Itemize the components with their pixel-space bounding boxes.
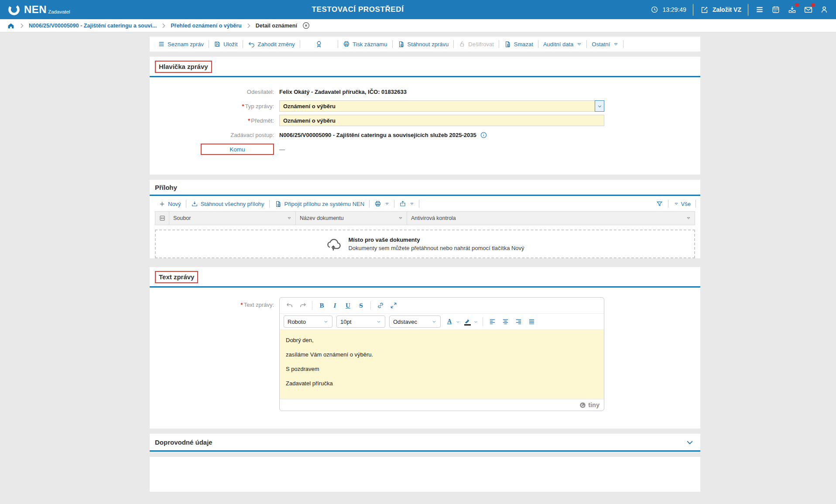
section-divider	[150, 450, 700, 452]
align-justify-icon[interactable]	[526, 316, 538, 328]
zalozit-vz-button[interactable]: Založit VZ	[700, 5, 741, 14]
column-header-nazev-dokumentu[interactable]: Název dokumentu	[296, 212, 407, 225]
editor-content[interactable]: Dobrý den, zasíláme Vám oznámení o výběr…	[280, 330, 604, 399]
menu-icon[interactable]	[755, 5, 764, 14]
typ-zpravy-select[interactable]: Oznámení o výběru	[279, 100, 604, 112]
column-filter-icon[interactable]	[287, 216, 291, 220]
breadcrumb-item-overview[interactable]: Přehled oznámení o výběru	[171, 23, 242, 29]
seznam-zprav-button[interactable]: Seznam zpráv	[153, 41, 209, 48]
tiny-logo-icon	[579, 402, 586, 408]
message-toolbar: Seznam zpráv Uložit Zahodit změny Tisk z…	[150, 37, 700, 51]
mail-icon[interactable]	[803, 5, 813, 14]
filter-button[interactable]	[651, 200, 668, 208]
redo-icon[interactable]	[297, 300, 308, 312]
export-attachments-button[interactable]	[394, 200, 419, 207]
close-tab-icon[interactable]	[302, 21, 310, 30]
rich-text-editor: B I U S Roboto 10pt	[279, 297, 604, 411]
breadcrumb-item-procedure[interactable]: N006/25/V00005090 - Zajištění cateringu …	[29, 23, 157, 29]
chevron-down-icon	[432, 319, 437, 324]
column-settings-button[interactable]	[155, 212, 169, 225]
file-dropzone[interactable]: Místo pro vaše dokumenty Dokumenty sem m…	[155, 230, 695, 258]
column-header-antivirova-kontrola[interactable]: Antivirová kontrola	[407, 212, 695, 225]
chevron-down-icon[interactable]	[456, 319, 460, 324]
editor-statusbar: tiny	[280, 399, 604, 411]
unlock-icon	[459, 41, 466, 48]
komu-row: Komu —	[150, 144, 700, 155]
smazat-button[interactable]: Smazat	[499, 41, 538, 48]
column-filter-icon[interactable]	[686, 216, 691, 220]
calendar-icon[interactable]	[771, 5, 781, 14]
file-delete-icon	[504, 41, 511, 48]
align-left-icon[interactable]	[487, 316, 498, 328]
desifrovat-button[interactable]: Dešifrovat	[454, 41, 499, 48]
column-filter-icon[interactable]	[398, 216, 403, 220]
strikethrough-icon[interactable]: S	[355, 300, 367, 312]
logo-text: NEN	[24, 4, 47, 15]
underline-icon[interactable]: U	[342, 300, 354, 312]
chevron-down-icon	[376, 319, 381, 324]
komu-link[interactable]: Komu	[201, 144, 274, 155]
predmet-input[interactable]: Oznámení o výběru	[279, 115, 604, 126]
vse-filter-button[interactable]: Vše	[668, 201, 696, 207]
inbox-download-icon[interactable]	[787, 5, 797, 14]
dropdown-triangle-icon	[674, 202, 678, 206]
tiny-branding[interactable]: tiny	[588, 401, 600, 408]
text-zpravy-label: Text zprávy:	[241, 302, 274, 308]
predmet-label: Předmět:	[248, 117, 274, 124]
fullscreen-icon[interactable]	[387, 300, 399, 312]
attachments-section: Přílohy Nový Stáhnout všechny přílohy Př…	[150, 180, 700, 258]
home-icon[interactable]	[7, 22, 15, 30]
zadavaci-postup-value: N006/25/V00005090 - Zajištění cateringu …	[279, 132, 476, 138]
share-upload-icon	[399, 200, 406, 207]
font-size-select[interactable]: 10pt	[336, 315, 385, 328]
printer-icon	[343, 41, 350, 48]
link-icon[interactable]	[374, 300, 386, 312]
server-clock: 13:29:49	[650, 5, 686, 14]
breadcrumb-item-current: Detail oznámení	[256, 23, 297, 29]
stahnout-zpravu-button[interactable]: Stáhnout zprávu	[393, 41, 454, 48]
align-center-icon[interactable]	[500, 316, 511, 328]
italic-icon[interactable]: I	[329, 300, 341, 312]
stahnout-vsechny-prilohy-button[interactable]: Stáhnout všechny přílohy	[186, 200, 269, 207]
novy-button[interactable]: Nový	[154, 201, 186, 207]
tisk-zaznamu-button[interactable]: Tisk záznamu	[338, 41, 392, 48]
nen-logo[interactable]: NEN Zadavatel	[7, 3, 70, 17]
chevron-down-icon	[323, 319, 329, 324]
clock-icon	[650, 5, 659, 14]
breadcrumb-chevron-icon	[161, 23, 166, 28]
topbar-separator	[748, 4, 748, 16]
accompanying-data-body	[150, 457, 700, 492]
sign-seal-button[interactable]	[300, 40, 338, 48]
block-format-select[interactable]: Odstavec	[389, 315, 441, 328]
zahodit-zmeny-button[interactable]: Zahodit změny	[243, 41, 300, 48]
bold-icon[interactable]: B	[316, 300, 328, 312]
align-right-icon[interactable]	[513, 316, 524, 328]
breadcrumb: N006/25/V00005090 - Zajištění cateringu …	[0, 19, 836, 32]
new-tender-icon	[700, 5, 709, 14]
info-icon[interactable]	[480, 131, 487, 139]
dropzone-subtitle: Dokumenty sem můžete přetáhnout nebo nah…	[348, 245, 524, 251]
user-icon[interactable]	[819, 5, 829, 14]
odesilatel-value: Felix Okátý - Zadavatel příručka, IČO: 0…	[279, 89, 407, 95]
column-header-soubor[interactable]: Soubor	[169, 212, 296, 225]
collapse-chevron-icon[interactable]	[685, 438, 694, 447]
pripojit-prilohu-button[interactable]: Připojit přílohu ze systému NEN	[270, 200, 370, 208]
funnel-icon	[656, 200, 663, 208]
zadavaci-postup-label: Zadávací postup:	[150, 132, 279, 138]
text-color-button[interactable]: A	[445, 316, 454, 328]
ostatni-button[interactable]: Ostatní	[587, 41, 623, 48]
ulozit-button[interactable]: Uložit	[209, 41, 243, 48]
highlight-color-button[interactable]	[463, 316, 472, 328]
cloud-upload-icon	[325, 236, 342, 252]
attachments-table: Soubor Název dokumentu Antivirová kontro…	[155, 211, 695, 225]
editor-toolbar-row1: B I U S	[280, 298, 604, 314]
auditni-data-button[interactable]: Auditní data	[538, 41, 586, 48]
nen-logo-icon	[7, 3, 21, 17]
undo-icon[interactable]	[284, 300, 295, 312]
attachments-toolbar: Nový Stáhnout všechny přílohy Připojit p…	[150, 196, 700, 211]
print-attachments-button[interactable]	[370, 200, 394, 207]
font-family-select[interactable]: Roboto	[284, 315, 332, 328]
chevron-down-icon[interactable]	[473, 319, 478, 324]
select-chevron-icon[interactable]	[595, 100, 604, 112]
message-header-section: Hlavička zprávy Odesílatel: Felix Okátý …	[150, 57, 700, 175]
